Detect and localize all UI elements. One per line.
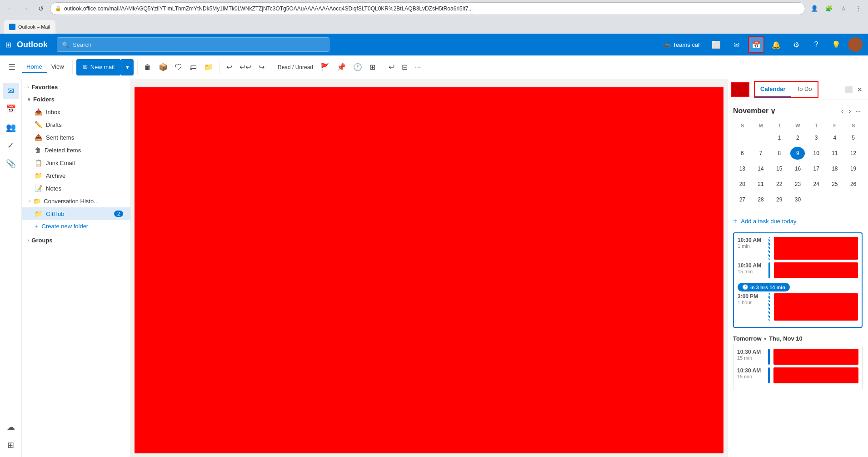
help-icon-btn[interactable]: ? xyxy=(808,36,824,53)
conv-history-item[interactable]: › 📁 Conversation Histo... xyxy=(22,195,130,207)
folder-github[interactable]: 📁 GitHub 2 xyxy=(22,207,130,220)
ribbon-more-btn[interactable]: ··· xyxy=(412,61,424,73)
create-folder-btn[interactable]: + Create new folder xyxy=(22,220,130,232)
cal-day-23[interactable]: 23 xyxy=(788,176,807,192)
lightbulb-icon-btn[interactable]: 💡 xyxy=(828,36,844,53)
back-button[interactable]: ← xyxy=(4,2,16,15)
tab-home[interactable]: Home xyxy=(22,61,47,73)
extensions-btn[interactable]: 🧩 xyxy=(823,2,835,15)
delete-ribbon-btn[interactable]: 🗑 xyxy=(141,57,154,77)
cal-day-2[interactable]: 2 xyxy=(788,130,807,146)
folder-deleted[interactable]: 🗑 Deleted Items xyxy=(22,144,130,156)
cal-day-30[interactable]: 30 xyxy=(788,192,807,207)
cal-options-btn[interactable]: ··· xyxy=(853,105,863,116)
more-options-btn[interactable]: ⋮ xyxy=(852,2,864,15)
panel-close-btn[interactable]: ✕ xyxy=(855,84,864,95)
cal-day-19[interactable]: 19 xyxy=(844,161,863,176)
undo2-ribbon-btn[interactable]: ↩ xyxy=(386,57,397,77)
tomorrow-content-2[interactable] xyxy=(773,367,858,383)
cal-day-15[interactable]: 15 xyxy=(770,161,788,176)
cal-day-20[interactable]: 20 xyxy=(733,176,752,192)
user-avatar[interactable] xyxy=(848,37,863,52)
folder-sent[interactable]: 📤 Sent Items xyxy=(22,131,130,144)
cal-day-25[interactable]: 25 xyxy=(826,176,844,192)
pin-ribbon-btn[interactable]: 📌 xyxy=(334,57,349,77)
refresh-button[interactable]: ↺ xyxy=(35,2,47,15)
flag-ribbon-btn[interactable]: 🚩 xyxy=(318,57,332,77)
hamburger-menu-btn[interactable]: ☰ xyxy=(4,59,20,75)
cal-day-26[interactable]: 26 xyxy=(844,176,863,192)
cal-day-13[interactable]: 13 xyxy=(733,161,752,176)
move-ribbon-btn[interactable]: 📁 xyxy=(201,57,216,77)
cal-day-10[interactable]: 10 xyxy=(807,146,826,161)
profile-icon-btn[interactable]: 👤 xyxy=(808,2,821,15)
bookmark-btn[interactable]: ☆ xyxy=(837,2,850,15)
cal-day-3[interactable]: 3 xyxy=(807,130,826,146)
tasks-icon-bar-btn[interactable]: ✓ xyxy=(3,137,19,154)
cal-day-18[interactable]: 18 xyxy=(826,161,844,176)
cal-day-1[interactable]: 1 xyxy=(770,130,788,146)
month-year-label[interactable]: November ∨ xyxy=(733,107,776,116)
search-box[interactable]: 🔍 Search xyxy=(57,37,329,52)
cal-day-12[interactable]: 12 xyxy=(844,146,863,161)
favorites-section[interactable]: › Favorites xyxy=(22,81,130,93)
undo-ribbon-btn[interactable]: ↩ xyxy=(224,57,235,77)
folder-archive[interactable]: 📁 Archive xyxy=(22,169,130,182)
calendar-tab[interactable]: Calendar xyxy=(755,82,791,97)
cal-day-16[interactable]: 16 xyxy=(788,161,807,176)
folder-notes[interactable]: 📝 Notes xyxy=(22,182,130,195)
cal-day-11[interactable]: 11 xyxy=(826,146,844,161)
report-ribbon-btn[interactable]: 🛡 xyxy=(172,57,185,77)
cal-day-9-today[interactable]: 9 xyxy=(788,146,807,161)
compose-icon-btn[interactable]: ✉ xyxy=(728,36,744,53)
new-mail-button[interactable]: ✉ New mail xyxy=(76,59,121,75)
clock-ribbon-btn[interactable]: 🕐 xyxy=(350,57,365,77)
forward-button[interactable]: → xyxy=(19,2,32,15)
bell-icon-btn[interactable]: 🔔 xyxy=(768,36,784,53)
apps-icon-bar-btn[interactable]: ⊞ xyxy=(3,437,19,453)
tag-ribbon-btn[interactable]: 🏷 xyxy=(187,57,200,77)
teams-call-button[interactable]: 📹 Teams call xyxy=(659,40,704,50)
forward-ribbon-btn[interactable]: ↪ xyxy=(256,57,267,77)
settings-icon-btn[interactable]: ⚙ xyxy=(788,36,804,53)
new-mail-dropdown-btn[interactable]: ▼ xyxy=(121,59,134,75)
cal-day-22[interactable]: 22 xyxy=(770,176,788,192)
view-ribbon-btn[interactable]: ⊞ xyxy=(367,57,378,77)
cal-day-5[interactable]: 5 xyxy=(844,130,863,146)
active-tab[interactable]: Outlook – Mail xyxy=(4,20,55,34)
read-unread-btn[interactable]: Read / Unread xyxy=(275,57,316,77)
popout-button[interactable]: ⬜ xyxy=(708,36,724,53)
todo-tab[interactable]: To Do xyxy=(791,82,818,97)
cal-day-21[interactable]: 21 xyxy=(752,176,770,192)
archive-ribbon-btn[interactable]: 📦 xyxy=(156,57,170,77)
calendar-icon-bar-btn[interactable]: 📅 xyxy=(3,101,19,117)
event-content-1[interactable] xyxy=(774,237,858,260)
reply-all-ribbon-btn[interactable]: ↩↩ xyxy=(237,57,254,77)
event-content-2[interactable] xyxy=(774,262,858,278)
calendar-icon-btn[interactable]: 📅 xyxy=(748,36,764,53)
cal-day-28[interactable]: 28 xyxy=(752,192,770,207)
cal-day-27[interactable]: 27 xyxy=(733,192,752,207)
folders-section[interactable]: ∨ Folders xyxy=(22,93,130,105)
address-bar[interactable]: 🔒 outlook.office.com/mail/AAMkAGQ5YzliYT… xyxy=(50,2,805,15)
cal-day-8[interactable]: 8 xyxy=(770,146,788,161)
cal-day-24[interactable]: 24 xyxy=(807,176,826,192)
cal-day-29[interactable]: 29 xyxy=(770,192,788,207)
cal-day-17[interactable]: 17 xyxy=(807,161,826,176)
cloud-icon-bar-btn[interactable]: ☁ xyxy=(3,419,19,435)
people-icon-bar-btn[interactable]: 👥 xyxy=(3,119,19,136)
groups-section[interactable]: › Groups xyxy=(22,234,130,246)
panel-expand-btn[interactable]: ⬜ xyxy=(843,84,854,95)
cal-day-7[interactable]: 7 xyxy=(752,146,770,161)
tomorrow-content-1[interactable] xyxy=(773,349,858,365)
event-content-3[interactable] xyxy=(774,293,858,321)
cal-day-4[interactable]: 4 xyxy=(826,130,844,146)
tab-view[interactable]: View xyxy=(47,61,69,73)
attachments-icon-bar-btn[interactable]: 📎 xyxy=(3,156,19,172)
app-grid-icon[interactable]: ⊞ xyxy=(5,40,11,49)
folder-junk[interactable]: 📋 Junk Email xyxy=(22,156,130,169)
cal-prev-btn[interactable]: ‹ xyxy=(838,106,846,116)
cal-day-6[interactable]: 6 xyxy=(733,146,752,161)
folder-inbox[interactable]: 📥 Inbox xyxy=(22,105,130,118)
mail-icon-bar-btn[interactable]: ✉ xyxy=(3,83,19,99)
